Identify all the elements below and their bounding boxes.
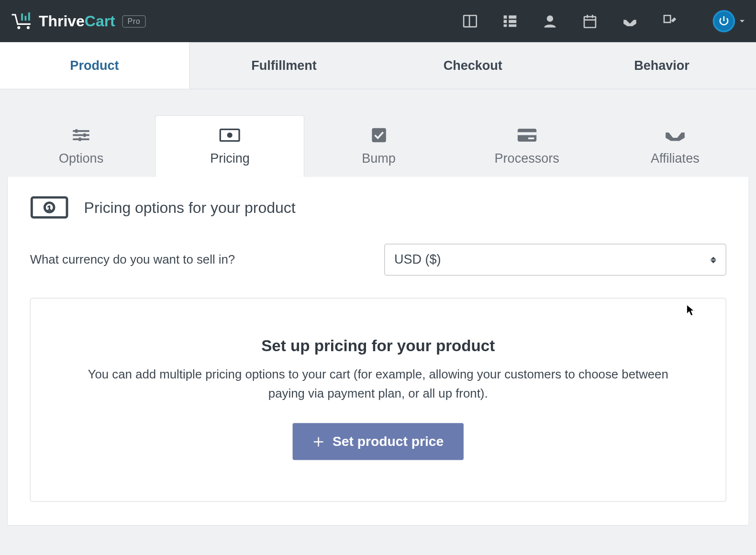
edit-icon[interactable] <box>662 13 678 29</box>
svg-rect-23 <box>79 137 81 141</box>
svg-point-25 <box>227 133 233 138</box>
handshake-icon[interactable] <box>622 13 637 29</box>
user-icon[interactable] <box>542 13 557 29</box>
set-product-price-button[interactable]: Set product price <box>292 423 464 460</box>
svg-point-3 <box>17 26 20 29</box>
panel-header: 1 Pricing options for your product <box>30 196 726 219</box>
power-button[interactable] <box>713 10 735 33</box>
subtab-processors[interactable]: Processors <box>453 115 601 177</box>
money-icon <box>219 127 240 143</box>
svg-point-13 <box>547 15 553 22</box>
card-icon <box>516 127 537 143</box>
svg-text:1: 1 <box>47 204 51 212</box>
layout-icon[interactable] <box>462 13 478 29</box>
plus-icon <box>312 436 324 448</box>
svg-rect-8 <box>504 20 507 23</box>
svg-rect-11 <box>509 20 516 23</box>
topbar: ThriveCart Pro <box>0 0 756 42</box>
tab-product[interactable]: Product <box>0 42 189 89</box>
currency-field-row: What currency do you want to sell in? US… <box>30 244 726 276</box>
svg-rect-1 <box>25 16 27 21</box>
svg-rect-2 <box>28 12 30 21</box>
svg-rect-28 <box>518 132 536 135</box>
handshake-icon <box>665 127 686 143</box>
sub-tabs: Options Pricing Bump Processors Affiliat… <box>7 115 749 177</box>
money-icon: 1 <box>30 196 69 219</box>
list-icon[interactable] <box>502 13 518 29</box>
main-tabs: Product Fulfillment Checkout Behavior <box>0 42 756 89</box>
svg-rect-14 <box>584 17 596 28</box>
svg-rect-10 <box>509 15 516 19</box>
panel-title: Pricing options for your product <box>84 198 296 216</box>
brand: ThriveCart Pro <box>11 12 145 30</box>
pricing-description: You can add multiple pricing options to … <box>84 365 672 403</box>
sliders-icon <box>70 127 91 143</box>
currency-value: USD ($) <box>394 252 441 267</box>
svg-rect-7 <box>504 15 507 19</box>
currency-label: What currency do you want to sell in? <box>30 253 384 266</box>
tab-fulfillment[interactable]: Fulfillment <box>189 42 378 89</box>
top-icons <box>462 10 745 33</box>
svg-rect-16 <box>587 15 588 18</box>
svg-rect-22 <box>83 133 86 136</box>
svg-rect-9 <box>504 24 507 27</box>
pricing-setup-box: Set up pricing for your product You can … <box>30 298 726 502</box>
pro-badge: Pro <box>122 15 145 27</box>
brand-name: ThriveCart <box>39 12 115 30</box>
subtab-affiliates[interactable]: Affiliates <box>601 115 749 177</box>
chevron-down-icon[interactable] <box>739 18 746 25</box>
svg-rect-12 <box>509 24 516 27</box>
cart-logo-icon <box>11 12 34 30</box>
checkbox-icon <box>368 127 389 143</box>
svg-rect-0 <box>21 13 23 21</box>
tab-behavior[interactable]: Behavior <box>567 42 756 89</box>
calendar-icon[interactable] <box>582 13 598 29</box>
subtab-options[interactable]: Options <box>7 115 156 177</box>
select-arrows-icon <box>711 256 716 263</box>
currency-select[interactable]: USD ($) <box>384 244 726 276</box>
subtab-pricing[interactable]: Pricing <box>155 115 304 177</box>
pricing-panel: 1 Pricing options for your product What … <box>7 177 749 526</box>
svg-rect-17 <box>592 15 593 18</box>
svg-rect-26 <box>372 128 386 142</box>
pricing-heading: Set up pricing for your product <box>48 337 708 355</box>
tab-checkout[interactable]: Checkout <box>378 42 567 89</box>
svg-rect-27 <box>518 128 536 141</box>
subtab-bump[interactable]: Bump <box>305 115 453 177</box>
svg-rect-21 <box>75 129 78 133</box>
svg-point-4 <box>27 26 30 29</box>
svg-rect-29 <box>528 137 534 139</box>
